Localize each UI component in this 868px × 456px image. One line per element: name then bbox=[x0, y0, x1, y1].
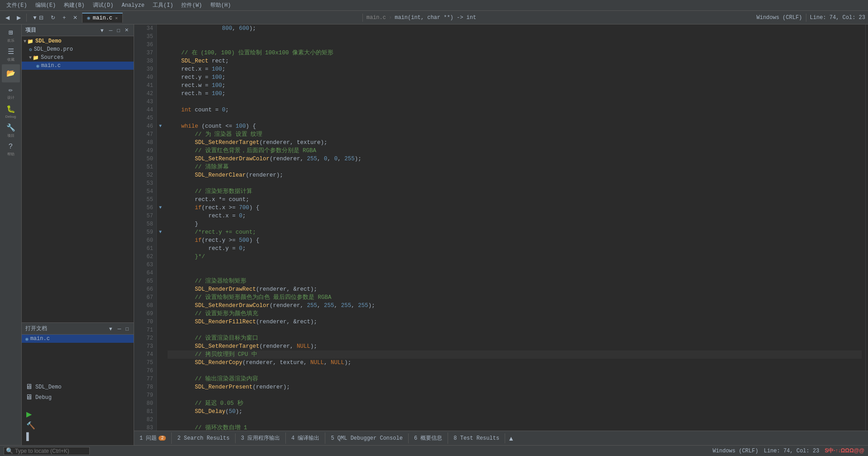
sidebar-icon-help[interactable]: ? 帮助 bbox=[2, 140, 20, 158]
menu-tools[interactable]: 工具(I) bbox=[149, 0, 177, 10]
line-number-36[interactable]: 36 bbox=[134, 41, 157, 49]
line-number-41[interactable]: 41 bbox=[134, 82, 157, 90]
line-number-47[interactable]: 47 bbox=[134, 130, 157, 139]
line-number-62[interactable]: 62 bbox=[134, 253, 157, 261]
code-content[interactable]: 800, 600); // 在 (100, 100) 位置绘制 100x100 … bbox=[164, 24, 865, 431]
line-number-73[interactable]: 73 bbox=[134, 342, 157, 350]
bottom-tab-compile[interactable]: 4 编译输出 bbox=[286, 432, 325, 444]
line-number-66[interactable]: 66 bbox=[134, 285, 157, 293]
tab-close-btn[interactable]: ✕ bbox=[115, 15, 118, 21]
line-number-38[interactable]: 38 bbox=[134, 57, 157, 65]
menu-controls[interactable]: 控件(W) bbox=[178, 0, 206, 10]
line-number-45[interactable]: 45 bbox=[134, 114, 157, 122]
bottom-panel-up-btn[interactable]: ▲ bbox=[505, 434, 517, 443]
line-number-63[interactable]: 63 bbox=[134, 261, 157, 269]
line-number-75[interactable]: 75 bbox=[134, 359, 157, 367]
line-number-57[interactable]: 57 bbox=[134, 212, 157, 220]
line-number-68[interactable]: 68 bbox=[134, 302, 157, 310]
sidebar-icon-favorites[interactable]: ☰ 收藏 bbox=[2, 45, 20, 63]
line-number-43[interactable]: 43 bbox=[134, 98, 157, 106]
open-files-minimize-btn[interactable]: ─ bbox=[116, 326, 123, 331]
sidebar-icon-debug[interactable]: 🐛 Debug bbox=[2, 102, 20, 120]
sidebar-icon-project[interactable]: 📂 bbox=[2, 64, 20, 82]
line-number-52[interactable]: 52 bbox=[134, 171, 157, 179]
fold-indicator-59[interactable]: ▼ bbox=[157, 228, 164, 236]
sidebar-icon-project2[interactable]: 🔧 项目 bbox=[2, 121, 20, 139]
bottom-tab-test[interactable]: 8 Test Results bbox=[448, 433, 505, 443]
bottom-tab-qml[interactable]: 5 QML Debugger Console bbox=[325, 433, 408, 443]
bottom-tab-search[interactable]: 2 Search Results bbox=[172, 433, 235, 443]
line-number-40[interactable]: 40 bbox=[134, 73, 157, 82]
line-number-37[interactable]: 37 bbox=[134, 49, 157, 57]
menu-debug[interactable]: 调试(D) bbox=[89, 0, 117, 10]
bottom-tab-app-output[interactable]: 3 应用程序输出 bbox=[236, 432, 286, 444]
line-number-55[interactable]: 55 bbox=[134, 196, 157, 204]
fold-indicator-56[interactable]: ▼ bbox=[157, 204, 164, 212]
stop-btn[interactable]: ▌ bbox=[24, 432, 34, 442]
line-number-49[interactable]: 49 bbox=[134, 147, 157, 155]
line-number-67[interactable]: 67 bbox=[134, 293, 157, 302]
bottom-tab-problems[interactable]: 1 问题 2 bbox=[134, 432, 172, 444]
line-number-54[interactable]: 54 bbox=[134, 187, 157, 196]
line-number-83[interactable]: 83 bbox=[134, 424, 157, 431]
project-filter-btn[interactable]: ▼ bbox=[98, 27, 106, 33]
project-close-btn[interactable]: ✕ bbox=[123, 27, 130, 33]
line-number-50[interactable]: 50 bbox=[134, 155, 157, 163]
line-number-42[interactable]: 42 bbox=[134, 90, 157, 98]
line-number-46[interactable]: 46 bbox=[134, 122, 157, 130]
sidebar-icon-welcome[interactable]: ⊞ 欢乐 bbox=[2, 26, 20, 44]
menu-help[interactable]: 帮助(H) bbox=[207, 0, 235, 10]
toolbar-close-btn[interactable]: ✕ bbox=[70, 14, 80, 22]
open-files-maximize-btn[interactable]: □ bbox=[124, 326, 130, 331]
menu-build[interactable]: 构建(B) bbox=[60, 0, 88, 10]
line-number-58[interactable]: 58 bbox=[134, 220, 157, 228]
line-number-48[interactable]: 48 bbox=[134, 139, 157, 147]
line-number-44[interactable]: 44 bbox=[134, 106, 157, 114]
fold-indicator-46[interactable]: ▼ bbox=[157, 122, 164, 130]
toolbar-forward-btn[interactable]: ▶ bbox=[14, 14, 24, 22]
project-minimize-btn[interactable]: ─ bbox=[108, 27, 114, 33]
line-number-65[interactable]: 65 bbox=[134, 277, 157, 285]
line-number-35[interactable]: 35 bbox=[134, 33, 157, 41]
locate-input[interactable] bbox=[15, 448, 87, 454]
line-number-79[interactable]: 79 bbox=[134, 391, 157, 399]
menu-edit[interactable]: 编辑(E) bbox=[32, 0, 60, 10]
editor-tab-main-c[interactable]: ◉ main.c ✕ bbox=[82, 13, 123, 23]
line-number-69[interactable]: 69 bbox=[134, 310, 157, 318]
line-number-72[interactable]: 72 bbox=[134, 334, 157, 342]
toolbar-back-btn[interactable]: ◀ bbox=[3, 14, 12, 22]
line-number-80[interactable]: 80 bbox=[134, 399, 157, 408]
status-search[interactable]: 🔍 bbox=[4, 447, 90, 455]
tree-item-sources[interactable]: ▼ 📁 Sources bbox=[22, 53, 134, 62]
line-number-56[interactable]: 56 bbox=[134, 204, 157, 212]
tree-item-sdldemo-pro[interactable]: ⚙ SDL_Demo.pro bbox=[22, 45, 134, 53]
line-number-70[interactable]: 70 bbox=[134, 318, 157, 326]
line-number-74[interactable]: 74 bbox=[134, 350, 157, 359]
line-number-71[interactable]: 71 bbox=[134, 326, 157, 334]
line-number-51[interactable]: 51 bbox=[134, 163, 157, 171]
line-number-78[interactable]: 78 bbox=[134, 383, 157, 391]
line-number-59[interactable]: 59 bbox=[134, 228, 157, 236]
menu-file[interactable]: 文件(E) bbox=[3, 0, 31, 10]
toolbar-new-btn[interactable]: + bbox=[60, 14, 68, 22]
tree-item-sdldemo[interactable]: ▼ 📁 SDL_Demo bbox=[22, 37, 134, 45]
line-number-39[interactable]: 39 bbox=[134, 65, 157, 73]
line-number-34[interactable]: 34 bbox=[134, 24, 157, 33]
line-number-76[interactable]: 76 bbox=[134, 367, 157, 375]
project-maximize-btn[interactable]: □ bbox=[116, 27, 121, 33]
line-number-81[interactable]: 81 bbox=[134, 408, 157, 416]
line-number-53[interactable]: 53 bbox=[134, 179, 157, 187]
line-number-82[interactable]: 82 bbox=[134, 416, 157, 424]
line-number-61[interactable]: 61 bbox=[134, 245, 157, 253]
sidebar-icon-design[interactable]: ✏ 设计 bbox=[2, 83, 20, 101]
toolbar-filter-btn[interactable]: ▼ ⊟ bbox=[29, 14, 46, 22]
build-btn[interactable]: 🔨 bbox=[24, 420, 38, 431]
line-number-60[interactable]: 60 bbox=[134, 236, 157, 245]
line-number-64[interactable]: 64 bbox=[134, 269, 157, 277]
menu-analyze[interactable]: Analyze bbox=[118, 1, 148, 10]
toolbar-sync-btn[interactable]: ↻ bbox=[48, 14, 58, 22]
tree-item-main-c[interactable]: ◉ main.c bbox=[22, 62, 134, 70]
bottom-tab-summary[interactable]: 6 概要信息 bbox=[409, 432, 448, 444]
run-btn[interactable]: ▶ bbox=[24, 409, 34, 419]
open-files-filter-btn[interactable]: ▼ bbox=[107, 326, 115, 331]
